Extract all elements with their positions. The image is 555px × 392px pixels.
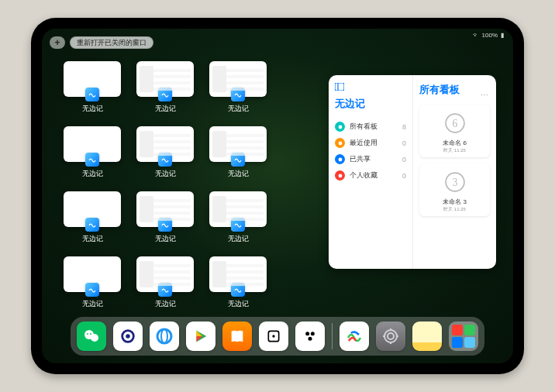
window-thumbnail[interactable]: 无边记 [209,256,267,309]
window-thumbnail[interactable]: 无边记 [64,61,121,114]
window-thumbnail[interactable]: 无边记 [209,61,267,114]
sidebar-item-icon [335,170,345,181]
thumbnail-preview [64,126,121,162]
dock-app-quark[interactable] [113,322,143,351]
dock-app-freeform[interactable] [340,322,369,351]
dock-app-play[interactable] [186,322,215,351]
svg-text:6: 6 [452,118,457,129]
folder-app-icon [452,337,463,348]
svg-point-17 [161,329,167,343]
board-card[interactable]: 3 未命名 3 昨天 11:25 [419,163,490,216]
sidebar-item[interactable]: 所有看板 8 [335,119,406,135]
panel-sidebar: 无边记 所有看板 8 最近使用 0 已共享 0 个人收藏 0 [329,75,412,269]
new-window-button[interactable]: + [50,36,65,49]
signal-icon: ᯤ [473,32,479,39]
board-card[interactable]: 6 未命名 6 昨天 11:25 [419,105,490,157]
svg-point-5 [338,174,342,177]
freeform-app-icon [231,88,245,101]
freeform-app-icon [85,218,99,232]
sidebar-item[interactable]: 最近使用 0 [335,135,406,151]
freeform-panel[interactable]: ⋯ 无边记 所有看板 8 最近使用 0 已共享 0 个人收藏 0 所有看板 6 … [329,75,496,269]
svg-point-3 [338,141,342,145]
dock-separator [332,323,333,349]
window-thumbnail[interactable]: 无边记 [64,256,121,309]
dock [71,317,484,356]
folder-app-icon [464,325,475,335]
thumbnail-label: 无边记 [82,299,103,309]
board-date: 昨天 11:25 [422,147,487,154]
sidebar-item-count: 0 [402,156,406,163]
svg-text:3: 3 [452,177,457,188]
thumbnail-preview [64,61,121,97]
folder-app-icon [452,325,463,335]
sidebar-item-label: 已共享 [350,154,371,164]
thumbnail-preview [209,126,267,162]
sidebar-item-icon [335,154,345,164]
svg-point-2 [338,125,342,129]
window-thumbnail[interactable]: 无边记 [136,61,194,114]
screen: ᯤ 100% ▮ + 重新打开已关闭的窗口 无边记 无边记 无边记 无边记 无边… [42,29,513,363]
dock-app-unknown2[interactable] [295,322,325,351]
thumbnail-preview [64,256,121,292]
dock-app-qqbrowser[interactable] [150,322,179,351]
window-grid: 无边记 无边记 无边记 无边记 无边记 无边记 无边记 无边记 无边记 无边记 … [64,61,267,309]
dock-app-notes[interactable] [412,322,442,351]
board-name: 未命名 3 [422,198,487,206]
svg-point-13 [90,333,91,335]
freeform-app-icon [85,88,99,101]
window-thumbnail[interactable]: 无边记 [136,191,194,244]
panel-right-title: 所有看板 [419,83,490,97]
window-thumbnail[interactable]: 无边记 [64,126,121,179]
freeform-app-icon [231,153,245,167]
battery-label: 100% [482,32,498,39]
sidebar-toggle-icon[interactable] [335,83,406,92]
thumbnail-label: 无边记 [228,104,249,114]
thumbnail-preview [209,61,267,97]
svg-point-19 [272,335,274,337]
reopen-closed-window-button[interactable]: 重新打开已关闭的窗口 [70,36,153,49]
folder-app-icon [464,337,475,348]
dock-app-wechat[interactable] [77,322,106,351]
sidebar-item-label: 所有看板 [350,122,377,132]
reopen-label: 重新打开已关闭的窗口 [77,38,147,48]
thumbnail-label: 无边记 [228,234,249,244]
thumbnail-label: 无边记 [155,104,176,114]
thumbnail-label: 无边记 [228,299,249,309]
window-thumbnail[interactable]: 无边记 [64,191,121,244]
status-bar: ᯤ 100% ▮ [473,32,504,39]
sidebar-item[interactable]: 已共享 0 [335,151,406,167]
ipad-frame: ᯤ 100% ▮ + 重新打开已关闭的窗口 无边记 无边记 无边记 无边记 无边… [31,18,524,374]
thumbnail-label: 无边记 [155,299,176,309]
battery-icon: ▮ [501,32,504,39]
freeform-app-icon [85,283,99,297]
freeform-app-icon [158,283,172,297]
window-thumbnail[interactable]: 无边记 [209,126,267,179]
dock-app-settings[interactable] [376,322,405,351]
freeform-app-icon [158,153,172,167]
plus-icon: + [54,37,60,48]
freeform-app-icon [158,88,172,101]
board-date: 昨天 11:25 [422,206,487,213]
freeform-app-icon [85,153,99,167]
sidebar-item-count: 0 [402,172,406,180]
thumbnail-preview [136,191,194,227]
sidebar-item[interactable]: 个人收藏 0 [335,167,406,184]
sidebar-item-icon [335,122,345,132]
thumbnail-preview [136,126,194,162]
thumbnail-label: 无边记 [82,234,103,244]
sidebar-item-label: 个人收藏 [350,170,377,181]
window-thumbnail[interactable]: 无边记 [136,126,194,179]
window-thumbnail[interactable]: 无边记 [209,191,267,244]
more-icon[interactable]: ⋯ [481,91,488,99]
freeform-app-icon [231,218,245,232]
svg-point-20 [305,332,309,335]
thumbnail-preview [136,61,194,97]
dock-folder[interactable] [449,322,478,351]
svg-point-12 [87,333,88,335]
window-thumbnail[interactable]: 无边记 [136,256,194,309]
dock-app-books[interactable] [222,322,252,351]
dock-app-unknown1[interactable] [259,322,288,351]
board-name: 未命名 6 [422,139,487,147]
sidebar-item-icon [335,138,345,148]
svg-point-24 [388,333,394,339]
